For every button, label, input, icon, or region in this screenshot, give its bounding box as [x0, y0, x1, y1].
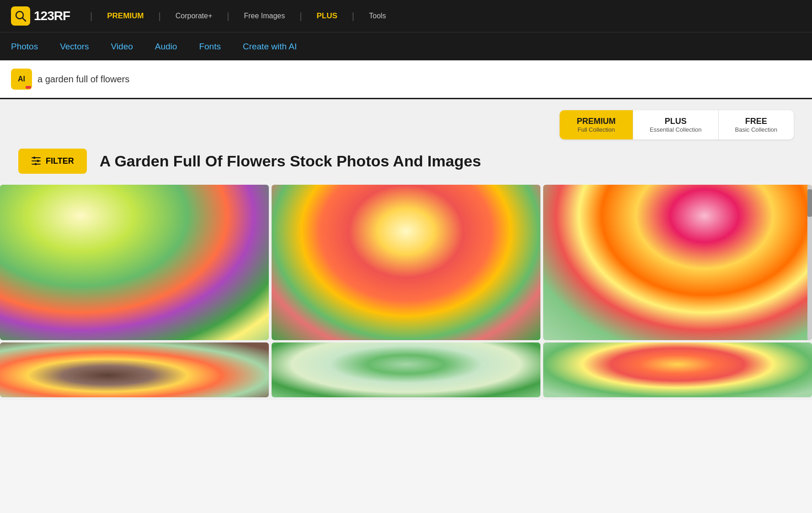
top-navigation: 123RF | PREMIUM | Corporate+ | Free Imag… — [0, 0, 812, 32]
nav-fonts[interactable]: Fonts — [199, 42, 221, 52]
ai-badge-text: AI — [18, 75, 25, 83]
heading-section: FILTER A Garden Full Of Flowers Stock Ph… — [0, 139, 812, 185]
filter-button[interactable]: FILTER — [18, 149, 87, 174]
svg-line-1 — [22, 18, 26, 21]
secondary-navigation: Photos Vectors Video Audio Fonts Create … — [0, 32, 812, 60]
logo-text: 123RF — [34, 9, 70, 23]
logo-icon — [11, 6, 30, 26]
scrollbar-thumb[interactable] — [807, 189, 812, 217]
free-tab-title: FREE — [745, 117, 767, 126]
free-tab-subtitle: Basic Collection — [735, 126, 778, 133]
plus-nav-link[interactable]: PLUS — [316, 11, 337, 21]
plus-tab-subtitle: Essential Collection — [650, 126, 701, 133]
nav-photos[interactable]: Photos — [11, 42, 38, 52]
tab-plus[interactable]: PLUS Essential Collection — [633, 110, 718, 139]
image-item-1[interactable] — [0, 185, 269, 340]
nav-audio[interactable]: Audio — [155, 42, 177, 52]
free-images-nav-link[interactable]: Free Images — [244, 12, 285, 20]
filter-button-label: FILTER — [46, 156, 74, 166]
ai-badge-indicator — [26, 86, 31, 89]
flower-image-4 — [0, 342, 269, 397]
collection-tabs: PREMIUM Full Collection PLUS Essential C… — [560, 110, 794, 139]
filter-tabs-section: PREMIUM Full Collection PLUS Essential C… — [0, 99, 812, 139]
nav-vectors[interactable]: Vectors — [60, 42, 89, 52]
nav-create-with-ai[interactable]: Create with AI — [243, 42, 297, 52]
flower-image-3 — [543, 185, 812, 340]
scrollbar-track[interactable] — [807, 185, 812, 340]
search-bar-section: AI a garden full of flowers — [0, 60, 812, 99]
image-item-4[interactable] — [0, 342, 269, 397]
image-item-2[interactable] — [272, 185, 540, 340]
svg-point-3 — [33, 157, 36, 159]
flower-image-6 — [543, 342, 812, 397]
tools-nav-link[interactable]: Tools — [369, 12, 386, 20]
nav-divider-3: | — [227, 11, 229, 21]
corporate-plus-nav-link[interactable]: Corporate+ — [176, 12, 213, 20]
svg-point-7 — [35, 163, 37, 166]
image-grid — [0, 185, 812, 400]
tab-free[interactable]: FREE Basic Collection — [718, 110, 794, 139]
image-item-6[interactable] — [543, 342, 812, 397]
flower-image-5 — [272, 342, 540, 397]
nav-video[interactable]: Video — [111, 42, 133, 52]
nav-divider-5: | — [352, 11, 354, 21]
image-item-3[interactable] — [543, 185, 812, 340]
premium-tab-title: PREMIUM — [577, 117, 616, 126]
flower-image-2 — [272, 185, 540, 340]
logo[interactable]: 123RF — [11, 6, 70, 26]
svg-point-5 — [37, 160, 39, 162]
premium-tab-subtitle: Full Collection — [577, 126, 615, 133]
filter-icon — [31, 155, 41, 167]
flower-image-1 — [0, 185, 269, 340]
image-row-1 — [0, 185, 812, 342]
image-row-2 — [0, 342, 812, 400]
nav-divider-4: | — [299, 11, 302, 21]
tab-premium[interactable]: PREMIUM Full Collection — [560, 110, 633, 139]
page-heading: A Garden Full Of Flowers Stock Photos An… — [100, 152, 481, 170]
plus-tab-title: PLUS — [665, 117, 687, 126]
nav-divider-2: | — [159, 11, 161, 21]
premium-nav-link[interactable]: PREMIUM — [107, 11, 144, 21]
image-item-5[interactable] — [272, 342, 540, 397]
search-query-text: a garden full of flowers — [37, 74, 129, 85]
nav-divider-1: | — [90, 11, 92, 21]
ai-badge[interactable]: AI — [11, 69, 32, 90]
